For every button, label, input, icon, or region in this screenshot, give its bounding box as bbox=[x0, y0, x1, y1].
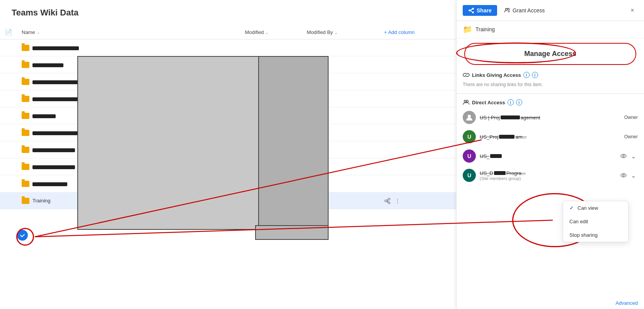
expand-button-3[interactable]: ⌄ bbox=[629, 151, 638, 161]
row-checkbox-cell bbox=[0, 39, 17, 56]
advanced-link[interactable]: Advanced bbox=[457, 297, 644, 309]
checkbox-circle[interactable] bbox=[17, 230, 28, 241]
user-role-2: Owner bbox=[624, 134, 638, 139]
row-name bbox=[32, 147, 75, 153]
info-icon-1[interactable]: i bbox=[523, 72, 530, 78]
folder-icon bbox=[22, 164, 29, 170]
grant-access-icon bbox=[504, 7, 510, 14]
user-name-4: US_D Progra... bbox=[480, 170, 616, 176]
row-actions-cell bbox=[379, 90, 456, 107]
grant-access-label: Grant Access bbox=[513, 7, 545, 14]
row-checkbox-cell bbox=[0, 192, 17, 209]
svg-point-6 bbox=[623, 155, 624, 157]
user-row-1: US | Proj agement Owner bbox=[457, 108, 644, 127]
svg-point-8 bbox=[623, 175, 624, 176]
col-modified-by-label: Modified By bbox=[307, 29, 333, 35]
row-name-cell bbox=[17, 39, 240, 56]
page-title: Teams Wiki Data bbox=[0, 0, 456, 22]
row-name bbox=[32, 62, 63, 68]
user-row-4: U US_D Progra... (Site members group) ⌄ bbox=[457, 166, 644, 185]
col-checkbox: 📄 bbox=[0, 25, 17, 39]
dropdown-menu: Can view Can edit Stop sharing bbox=[563, 201, 629, 242]
folder-icon bbox=[22, 130, 29, 136]
share-label: Share bbox=[477, 7, 492, 14]
row-actions-cell bbox=[379, 158, 456, 175]
col-add[interactable]: + Add column bbox=[379, 25, 456, 39]
folder-icon bbox=[22, 62, 29, 68]
row-checkbox-cell bbox=[0, 124, 17, 141]
right-panel: Share Grant Access × 📁 Training Manage A… bbox=[456, 0, 644, 309]
user-sub-4: (Site members group) bbox=[480, 176, 616, 181]
row-checkbox-cell bbox=[0, 73, 17, 90]
add-column-label[interactable]: + Add column bbox=[384, 29, 414, 35]
svg-point-3 bbox=[467, 100, 469, 102]
info-icon-3[interactable]: i bbox=[508, 99, 514, 105]
panel-header: Share Grant Access × bbox=[457, 0, 644, 21]
divider-1 bbox=[457, 93, 644, 94]
info-icon-2[interactable]: i bbox=[532, 72, 538, 78]
preview-inner bbox=[258, 57, 328, 229]
close-button[interactable]: × bbox=[627, 5, 638, 16]
direct-access-icon bbox=[463, 100, 470, 105]
row-name bbox=[32, 113, 56, 119]
row-more-icon[interactable]: ⋮ bbox=[394, 197, 401, 204]
grant-access-button[interactable]: Grant Access bbox=[500, 5, 624, 16]
folder-icon bbox=[22, 96, 29, 102]
preview-bottom-bar bbox=[255, 225, 329, 240]
user-actions-4: ⌄ bbox=[620, 171, 638, 180]
row-name: Training bbox=[32, 198, 50, 204]
col-modified-by[interactable]: Modified By ⌄ bbox=[302, 25, 379, 39]
expand-button-4[interactable]: ⌄ bbox=[629, 171, 638, 180]
dropdown-can-edit[interactable]: Can edit bbox=[563, 215, 628, 228]
panel-footer: Advanced bbox=[457, 297, 644, 309]
user-info-3: US_ bbox=[480, 153, 616, 159]
user-info-4: US_D Progra... (Site members group) bbox=[480, 170, 616, 181]
avatar-2: U bbox=[463, 130, 476, 143]
folder-icon bbox=[22, 79, 29, 85]
row-actions-cell bbox=[379, 39, 456, 56]
share-icon bbox=[468, 7, 474, 14]
user-name-1: US | Proj agement bbox=[480, 115, 620, 121]
user-name-2: US_Proj am... bbox=[480, 134, 620, 140]
sort-arrow-modified: ⌄ bbox=[265, 31, 268, 35]
eye-icon-4[interactable] bbox=[620, 172, 627, 179]
checkmark-icon bbox=[20, 233, 25, 238]
row-modified-cell bbox=[240, 39, 302, 56]
person-icon bbox=[465, 114, 473, 121]
row-action-icons: ⋮ bbox=[384, 197, 451, 204]
col-modified[interactable]: Modified ⌄ bbox=[240, 25, 302, 39]
direct-access-section: Direct Access i i bbox=[457, 95, 644, 108]
file-icon: 📄 bbox=[5, 29, 12, 36]
avatar-3: U bbox=[463, 149, 476, 163]
eye-icon-3[interactable] bbox=[620, 153, 627, 160]
folder-icon bbox=[22, 181, 29, 187]
row-checkbox-cell bbox=[0, 141, 17, 158]
can-edit-label: Can edit bbox=[569, 219, 588, 224]
folder-icon-panel: 📁 bbox=[463, 25, 472, 34]
user-actions-3: ⌄ bbox=[620, 151, 638, 161]
links-icon bbox=[463, 73, 470, 77]
avatar-4: U bbox=[463, 169, 476, 182]
row-checkbox-cell bbox=[0, 158, 17, 175]
row-modified-by-cell bbox=[302, 39, 379, 56]
folder-icon bbox=[22, 198, 29, 204]
row-checkbox-cell bbox=[0, 56, 17, 73]
svg-point-2 bbox=[464, 100, 466, 102]
folder-name: Training bbox=[475, 26, 495, 32]
dropdown-can-view[interactable]: Can view bbox=[563, 201, 628, 215]
row-share-icon[interactable] bbox=[384, 197, 391, 204]
row-actions-cell bbox=[379, 141, 456, 158]
folder-icon bbox=[22, 147, 29, 153]
share-button[interactable]: Share bbox=[463, 5, 497, 16]
user-info-1: US | Proj agement bbox=[480, 115, 620, 121]
info-icon-4[interactable]: i bbox=[516, 99, 522, 105]
col-name[interactable]: Name ⌄ bbox=[17, 25, 240, 39]
user-row-3: U US_ ⌄ bbox=[457, 146, 644, 166]
table-row bbox=[0, 39, 456, 56]
sort-arrow-name: ⌄ bbox=[37, 30, 40, 34]
dropdown-stop-sharing[interactable]: Stop sharing bbox=[563, 228, 628, 242]
selected-row-checkbox[interactable] bbox=[17, 230, 28, 241]
no-links-text: There are no sharing links for this item… bbox=[457, 80, 644, 92]
links-giving-access-section: Links Giving Access i i bbox=[457, 68, 644, 80]
svg-point-4 bbox=[468, 115, 471, 118]
